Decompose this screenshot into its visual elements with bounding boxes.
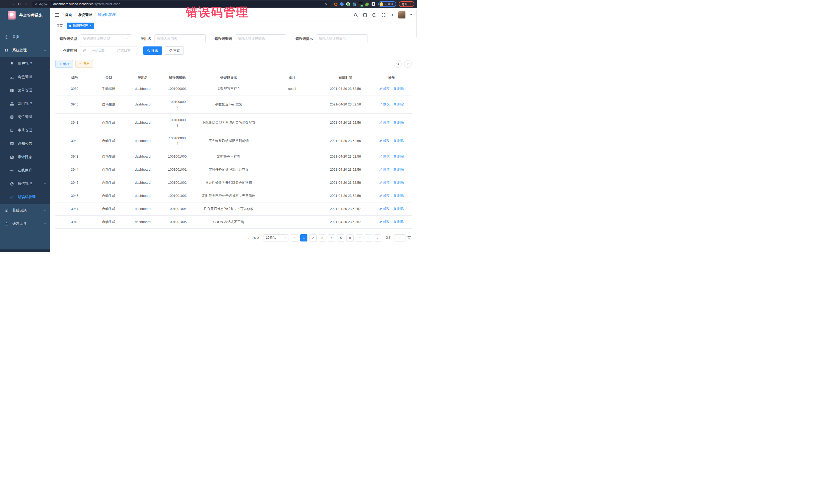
- search-button[interactable]: 搜索: [143, 46, 162, 54]
- extension-on-icon[interactable]: on: [359, 2, 363, 6]
- profile-paused-chip[interactable]: 已暂停: [378, 1, 396, 7]
- browser-reload-icon[interactable]: ↻: [16, 0, 23, 8]
- date-range-picker[interactable]: 开始日期 - 结束日期: [80, 46, 137, 55]
- search-icon[interactable]: [354, 13, 358, 17]
- sidebar-item-dept[interactable]: 部门管理: [0, 97, 50, 110]
- browser-back-icon[interactable]: ←: [3, 0, 9, 8]
- edit-link[interactable]: 修改: [379, 193, 390, 198]
- delete-link[interactable]: 删除: [393, 167, 404, 172]
- sidebar-item-menu[interactable]: 菜单管理: [0, 84, 50, 97]
- avatar-caret-icon[interactable]: [410, 14, 412, 17]
- toggle-search-button[interactable]: [394, 60, 402, 68]
- address-bar[interactable]: 不安全 dashboard.yudao.iocoder.cn/system/er…: [32, 1, 331, 7]
- sidebar-item-post[interactable]: 岗位管理: [0, 110, 50, 124]
- error-hint-input[interactable]: 请输入错误码提示: [316, 35, 368, 43]
- browser-menu-icon[interactable]: ⋮: [409, 3, 412, 6]
- breadcrumb-item[interactable]: 系统管理: [78, 13, 92, 17]
- delete-link[interactable]: 删除: [393, 86, 404, 91]
- sidebar-item-dev-tools[interactable]: 研发工具: [0, 217, 50, 231]
- bookmark-star-icon[interactable]: [324, 3, 327, 6]
- delete-link[interactable]: 删除: [393, 180, 404, 185]
- delete-link[interactable]: 删除: [393, 193, 404, 198]
- extension-orange-icon[interactable]: [334, 3, 337, 6]
- sidebar-item-sms[interactable]: 短信管理: [0, 177, 50, 191]
- delete-link[interactable]: 删除: [393, 102, 404, 107]
- edit-link[interactable]: 修改: [379, 219, 390, 224]
- breadcrumb-item[interactable]: 错误码管理: [98, 13, 116, 17]
- page-button-6[interactable]: 6: [347, 234, 354, 241]
- goto-page-input[interactable]: 1: [394, 234, 405, 241]
- sidebar-item-home[interactable]: 首页: [0, 30, 50, 44]
- edit-link[interactable]: 修改: [379, 206, 390, 211]
- delete-link[interactable]: 删除: [393, 219, 404, 224]
- page-button-2[interactable]: 2: [309, 234, 317, 241]
- sidebar-item-notice[interactable]: 通知公告: [0, 137, 50, 150]
- extension-grid-icon[interactable]: [353, 3, 356, 6]
- browser-forward-icon[interactable]: →: [9, 0, 16, 8]
- sidebar-item-system[interactable]: 系统管理: [0, 44, 50, 57]
- export-button[interactable]: 导出: [75, 60, 93, 68]
- prev-page-button[interactable]: [291, 234, 298, 241]
- code-icon: [10, 195, 14, 199]
- error-type-select[interactable]: 请选择错误码类型: [80, 35, 131, 43]
- fullscreen-icon[interactable]: [381, 13, 386, 17]
- delete-link[interactable]: 删除: [393, 206, 404, 211]
- edit-link[interactable]: 修改: [379, 86, 390, 91]
- edit-link[interactable]: 修改: [379, 138, 390, 143]
- sidebar-toggle-icon[interactable]: [55, 13, 59, 17]
- sidebar-logo-row[interactable]: 芋道管理系统: [0, 8, 50, 23]
- delete-link-label: 删除: [397, 154, 404, 159]
- reset-button[interactable]: 重置: [165, 46, 184, 54]
- page-button-4[interactable]: 4: [328, 234, 335, 241]
- browser-home-icon[interactable]: ⌂: [23, 0, 29, 8]
- extension-puzzle-icon[interactable]: [372, 2, 375, 6]
- close-icon[interactable]: ×: [90, 24, 91, 27]
- page-ellipsis[interactable]: •••: [356, 234, 363, 241]
- extension-blue-icon[interactable]: [340, 2, 344, 6]
- user-avatar[interactable]: [398, 11, 405, 19]
- add-button[interactable]: 新增: [56, 60, 73, 68]
- browser-update-button[interactable]: 更新 ⋮: [399, 1, 414, 7]
- table-cell: 1001001001: [162, 163, 193, 176]
- delete-link[interactable]: 删除: [393, 154, 404, 159]
- table-cell: 2021-04-20 23:52:57: [320, 202, 371, 215]
- extension-key-icon[interactable]: [366, 3, 369, 6]
- page-button-1[interactable]: 1: [300, 234, 307, 241]
- table-cell: CRON 表达式不正确: [193, 215, 265, 228]
- sidebar-item-dict[interactable]: 字典管理: [0, 124, 50, 137]
- help-icon[interactable]: [372, 13, 376, 17]
- edit-link[interactable]: 修改: [379, 102, 390, 107]
- sidebar-item-infra[interactable]: 基础设施: [0, 204, 50, 217]
- delete-link[interactable]: 删除: [393, 138, 404, 143]
- error-code-input[interactable]: 请输入错误码编码: [235, 35, 286, 43]
- edit-link[interactable]: 修改: [379, 120, 390, 125]
- breadcrumb-item[interactable]: 首页: [65, 13, 72, 17]
- tag-item[interactable]: 首页: [54, 23, 65, 29]
- app-name-input[interactable]: 请输入应用名: [154, 35, 205, 43]
- error-hint-label: 错误码提示: [295, 37, 316, 41]
- sidebar-item-user[interactable]: 用户管理: [0, 57, 50, 70]
- sidebar-collapse-bar[interactable]: [0, 249, 50, 252]
- edit-link[interactable]: 修改: [379, 167, 390, 172]
- page-button-3[interactable]: 3: [319, 234, 326, 241]
- github-icon[interactable]: [363, 13, 367, 17]
- sidebar-item-online-user[interactable]: 在线用户: [0, 164, 50, 177]
- security-warning[interactable]: 不安全: [35, 2, 48, 6]
- sms-icon: [10, 182, 14, 186]
- next-page-button[interactable]: [374, 234, 381, 241]
- edit-link[interactable]: 修改: [379, 154, 390, 159]
- page-size-select[interactable]: 10条/页: [264, 234, 288, 241]
- tag-active[interactable]: 错误码管理×: [67, 23, 94, 29]
- page-button-8[interactable]: 8: [365, 234, 372, 241]
- edit-link[interactable]: 修改: [379, 180, 390, 185]
- sidebar-item-audit-log[interactable]: 审计日志: [0, 150, 50, 164]
- sidebar-item-error-code[interactable]: 错误码管理: [0, 191, 50, 204]
- navbar-right: tT: [354, 11, 412, 19]
- font-size-icon[interactable]: tT: [391, 13, 393, 17]
- page-button-5[interactable]: 5: [337, 234, 344, 241]
- extension-green-circle-icon[interactable]: [346, 2, 350, 6]
- refresh-table-button[interactable]: [404, 60, 412, 68]
- scrollbar-thumb[interactable]: [416, 10, 416, 38]
- sidebar-item-role[interactable]: 角色管理: [0, 70, 50, 84]
- delete-link[interactable]: 删除: [393, 120, 404, 125]
